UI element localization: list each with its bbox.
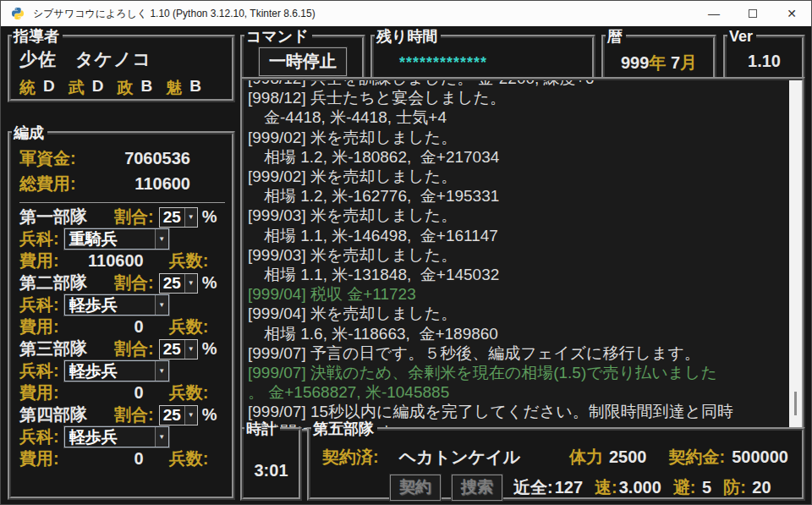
troop-type-combobox[interactable]: 重騎兵 ▼ — [64, 228, 169, 250]
troop-type-value[interactable]: 重騎兵 — [65, 228, 155, 250]
stat-label: 統 — [19, 77, 36, 99]
pause-button[interactable]: 一時停止 — [259, 47, 347, 76]
chevron-down-icon[interactable]: ▼ — [155, 361, 168, 381]
command-body: 一時停止 — [244, 45, 362, 76]
ratio-value[interactable]: 25 — [160, 406, 184, 425]
ratio-label: 割合: — [114, 206, 154, 228]
ratio-spinbox[interactable]: 25 ▼ — [159, 405, 198, 425]
unit-name: 第三部隊 — [19, 338, 114, 360]
leader-frame: 指導者 少佐 タケノコ 統 D 武 D 政 B 魅 B — [8, 29, 235, 102]
troop-type-combobox[interactable]: 軽歩兵 ▼ — [64, 426, 169, 447]
log-line: 相場 1.2, 米-180862, 金+217034 — [248, 147, 787, 167]
version-frame-label: Ver — [727, 29, 756, 45]
troop-type-value[interactable]: 軽歩兵 — [65, 426, 155, 448]
fifth-unit-body: 契約済: ヘカトンケイル 体力 2500 契約金: 500000 契約 捜索 近… — [310, 437, 802, 501]
log-frame[interactable]: [998/12] 兵士を訓練しました。 金-2200, 練度+6[998/12]… — [240, 77, 805, 432]
troop-type-combobox[interactable]: 軽歩兵 ▼ — [64, 294, 169, 316]
fee-label: 契約金: — [668, 446, 725, 469]
ratio-spinbox[interactable]: 25 ▼ — [159, 339, 198, 360]
log-line: [999/04] 米を売却しました。 — [248, 304, 787, 323]
minimize-icon: — — [708, 7, 720, 20]
stat-grade: B — [189, 77, 201, 99]
ratio-label: 割合: — [114, 338, 154, 360]
leader-stat: 政 B — [117, 77, 152, 99]
ratio-spinbox[interactable]: 25 ▼ — [159, 207, 198, 228]
log-line: [999/07] 決戦のため、余剰米を現在の相場(1.5)で売り払いました — [248, 363, 787, 382]
troop-type-label: 兵科: — [19, 425, 59, 448]
ratio-spinbox[interactable]: 25 ▼ — [159, 273, 198, 294]
log-line: [998/12] 兵士たちと宴会しました。 — [248, 88, 787, 107]
scrollbar-thumb[interactable] — [794, 392, 797, 415]
cost-label: 費用: — [19, 250, 59, 272]
calendar-year: 999 — [621, 53, 649, 72]
calendar-frame-label: 暦 — [606, 29, 626, 45]
cost-value: 0 — [59, 383, 144, 403]
unit-name: 第一部隊 — [19, 206, 114, 228]
spinbox-down-icon[interactable]: ▼ — [184, 274, 197, 293]
count-label: 兵数: — [169, 250, 209, 272]
spinbox-down-icon[interactable]: ▼ — [184, 208, 197, 227]
close-button[interactable]: ✕ — [772, 1, 811, 26]
unit-cost-row: 費用: 0 兵数: — [19, 448, 227, 470]
unit-cost-row: 費用: 0 兵数: — [19, 382, 227, 404]
calendar-month-suffix: 月 — [680, 53, 697, 72]
contracted-label: 契約済: — [322, 446, 379, 469]
count-label: 兵数: — [169, 381, 209, 404]
spinbox-down-icon[interactable]: ▼ — [184, 340, 197, 359]
log-line: 相場 1.6, 米-118663, 金+189860 — [248, 324, 787, 343]
range-value: 127 — [555, 478, 583, 497]
defense-value: 20 — [748, 478, 771, 497]
unit-cost-row: 費用: 0 兵数: — [19, 316, 227, 338]
log-line: [999/03] 米を売却しました。 — [248, 245, 787, 265]
unit-cost-row: 費用: 110600 兵数: — [19, 250, 227, 272]
calendar-month: 7 — [666, 53, 680, 72]
troop-type-value[interactable]: 軽歩兵 — [65, 360, 155, 382]
chevron-down-icon[interactable]: ▼ — [155, 427, 168, 447]
spinbox-down-icon[interactable]: ▼ — [184, 406, 197, 425]
minimize-button[interactable]: — — [694, 1, 733, 26]
leader-name: 少佐 タケノコ — [19, 47, 223, 71]
maximize-button[interactable] — [733, 1, 772, 26]
log-line: 相場 1.1, 米-131848, 金+145032 — [248, 265, 787, 284]
unit-name: 第二部隊 — [19, 272, 114, 294]
leader-frame-label: 指導者 — [12, 29, 63, 45]
calendar-value: 999年 7月 — [605, 45, 713, 74]
cost-value: 0 — [59, 449, 144, 469]
log-line: [999/02] 米を売却しました。 — [248, 128, 787, 147]
search-button[interactable]: 捜索 — [452, 475, 502, 501]
calendar-frame: 暦 999年 7月 — [601, 29, 716, 81]
log-line: 相場 1.2, 米-162776, 金+195331 — [248, 186, 787, 206]
ratio-value[interactable]: 25 — [160, 274, 184, 293]
remaining-time-frame: 残り時間 ************* — [370, 29, 595, 81]
unit-header-row: 第二部隊 割合: 25 ▼ % — [19, 272, 227, 294]
contract-button[interactable]: 契約 — [390, 475, 441, 501]
unit-list: 第一部隊 割合: 25 ▼ % 兵科: 重騎兵 — [19, 206, 227, 470]
ratio-value[interactable]: 25 — [160, 208, 184, 227]
ratio-value[interactable]: 25 — [160, 340, 184, 359]
stat-label: 武 — [69, 77, 85, 99]
stat-label: 魅 — [166, 77, 182, 99]
python-icon — [11, 7, 25, 20]
unit-type-row: 兵科: 軽歩兵 ▼ — [19, 426, 227, 448]
version-value: 1.10 — [727, 45, 802, 71]
titlebar: シブサワコウによろしく 1.10 (Python 3.12.10, Tkinte… — [1, 1, 811, 26]
chevron-down-icon[interactable]: ▼ — [155, 295, 168, 315]
troop-type-value[interactable]: 軽歩兵 — [65, 294, 155, 316]
ratio-label: 割合: — [114, 403, 154, 426]
clock-frame: 時計 3:01 — [240, 421, 302, 501]
cost-value: 0 — [59, 317, 144, 337]
version-frame: Ver 1.10 — [723, 29, 805, 81]
troop-type-combobox[interactable]: 軽歩兵 ▼ — [64, 360, 169, 381]
stat-label: 政 — [117, 77, 133, 99]
log-clip: [998/12] 兵士を訓練しました。 金-2200, 練度+6[998/12]… — [248, 80, 787, 429]
percent-suffix: % — [202, 273, 217, 293]
fee-value: 500000 — [725, 447, 788, 467]
log-line: 。 金+1568827, 米-1045885 — [248, 382, 787, 402]
formation-frame-label: 編成 — [12, 125, 47, 141]
main-content: 指導者 少佐 タケノコ 統 D 武 D 政 B 魅 B — [1, 26, 811, 504]
log-scrollbar[interactable] — [789, 80, 802, 429]
chevron-down-icon[interactable]: ▼ — [155, 229, 168, 249]
maximize-icon — [749, 9, 757, 18]
unit-block: 第一部隊 割合: 25 ▼ % 兵科: 重騎兵 — [19, 206, 227, 272]
hp-value: 2500 — [609, 447, 647, 467]
